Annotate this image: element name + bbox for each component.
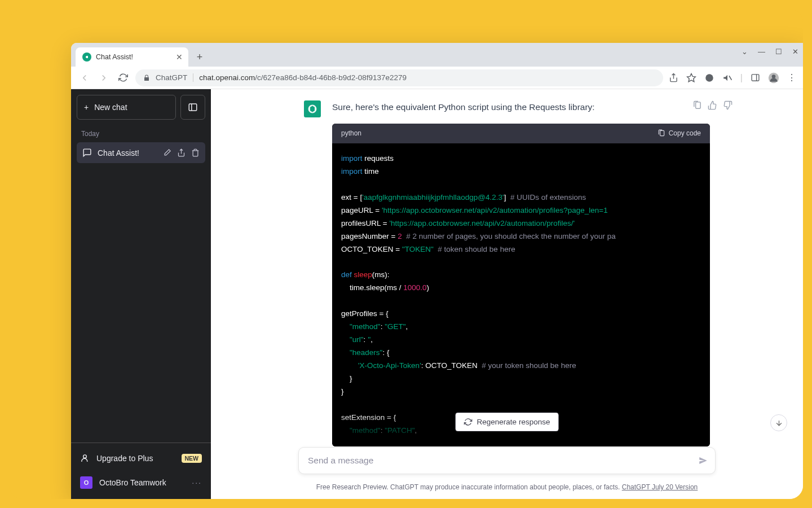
upgrade-label: Upgrade to Plus	[96, 454, 153, 463]
code-header: python Copy code	[332, 124, 710, 143]
chat-icon	[82, 148, 92, 157]
svg-rect-7	[189, 104, 197, 111]
back-button[interactable]	[78, 71, 91, 85]
user-icon	[80, 453, 90, 463]
tab-title: Chat Assist!	[96, 53, 133, 61]
code-block: python Copy code import requests import …	[332, 124, 710, 446]
window-controls: ⌄ — ☐ ✕	[742, 47, 798, 56]
chatgpt-favicon-icon	[82, 52, 91, 62]
footer-disclaimer: Free Research Preview. ChatGPT may produ…	[211, 483, 803, 491]
app-body: + New chat Today Chat Assist!	[71, 89, 803, 499]
send-icon	[698, 456, 708, 466]
new-tab-button[interactable]: +	[192, 49, 208, 65]
url-field[interactable]: ChatGPT chat.openai.com/c/627ea86d-b84d-…	[135, 69, 663, 86]
new-badge: NEW	[182, 454, 202, 463]
assistant-message: Sure, here's the equivalent Python scrip…	[281, 100, 732, 446]
new-chat-label: New chat	[94, 103, 127, 112]
share-chat-icon[interactable]	[177, 148, 186, 157]
cookie-icon[interactable]	[704, 73, 714, 83]
minimize-icon[interactable]: —	[758, 47, 765, 56]
svg-point-9	[83, 455, 87, 458]
chevron-down-icon[interactable]: ⌄	[742, 47, 748, 56]
workspace-row[interactable]: O OctoBro Teamwork ···	[71, 470, 211, 496]
send-button[interactable]	[698, 456, 708, 466]
svg-point-1	[705, 74, 713, 82]
close-tab-icon[interactable]: ✕	[176, 52, 183, 62]
chat-actions	[163, 148, 200, 157]
close-window-icon[interactable]: ✕	[792, 47, 798, 56]
svg-rect-11	[696, 102, 701, 108]
clipboard-icon	[657, 129, 665, 137]
code-lang-label: python	[341, 128, 361, 139]
addr-icons: | ⋮	[669, 72, 796, 84]
profile-avatar-icon[interactable]	[768, 72, 779, 84]
new-chat-button[interactable]: + New chat	[77, 95, 176, 120]
code-body[interactable]: import requests import time ext = ['aapf…	[332, 143, 710, 446]
main-pane: Sure, here's the equivalent Python scrip…	[211, 89, 803, 499]
arrow-down-icon	[775, 419, 783, 427]
sidebar: + New chat Today Chat Assist!	[71, 89, 211, 499]
svg-line-2	[729, 76, 732, 80]
thumbs-up-icon[interactable]	[708, 100, 717, 110]
message-text: Sure, here's the equivalent Python scrip…	[332, 100, 710, 115]
message-input[interactable]: Send a message	[298, 447, 716, 474]
chat-title: Chat Assist!	[98, 148, 139, 157]
copy-code-button[interactable]: Copy code	[657, 128, 701, 139]
share-icon[interactable]	[669, 73, 678, 82]
version-link[interactable]: ChatGPT July 20 Version	[622, 483, 698, 491]
regenerate-icon	[464, 418, 473, 426]
thumbs-down-icon[interactable]	[723, 100, 732, 110]
browser-window: Chat Assist! ✕ + ⌄ — ☐ ✕ ChatGPT chat.op…	[71, 43, 803, 499]
mute-icon[interactable]	[722, 73, 732, 83]
address-bar: ChatGPT chat.openai.com/c/627ea86d-b84d-…	[71, 67, 803, 89]
svg-rect-3	[752, 75, 759, 81]
chatgpt-avatar-icon	[304, 100, 321, 117]
chat-date-label: Today	[71, 125, 211, 142]
tab-strip: Chat Assist! ✕ + ⌄ — ☐ ✕	[71, 43, 803, 67]
workspace-name: OctoBro Teamwork	[99, 478, 166, 487]
sidebar-bottom: Upgrade to Plus NEW O OctoBro Teamwork ·…	[71, 443, 211, 499]
kebab-menu-icon[interactable]: ⋮	[787, 72, 796, 83]
svg-point-6	[772, 75, 776, 78]
svg-rect-10	[660, 131, 664, 136]
panel-icon	[188, 102, 198, 112]
upgrade-row[interactable]: Upgrade to Plus NEW	[71, 446, 211, 470]
sidebar-chat-item[interactable]: Chat Assist!	[77, 142, 205, 163]
svg-marker-0	[687, 73, 695, 81]
workspace-avatar: O	[80, 476, 92, 489]
browser-tab[interactable]: Chat Assist! ✕	[76, 47, 188, 67]
message-content: Sure, here's the equivalent Python scrip…	[332, 100, 710, 446]
composer: Send a message	[298, 447, 716, 474]
delete-icon[interactable]	[191, 148, 200, 157]
message-actions	[692, 100, 732, 110]
bookmark-star-icon[interactable]	[686, 73, 696, 83]
workspace-menu-icon[interactable]: ···	[192, 478, 202, 487]
plus-icon: +	[84, 103, 89, 112]
lock-icon	[143, 75, 150, 81]
forward-button[interactable]	[97, 71, 111, 85]
regenerate-button[interactable]: Regenerate response	[456, 413, 559, 431]
scroll-down-button[interactable]	[770, 414, 787, 431]
maximize-icon[interactable]: ☐	[775, 47, 782, 56]
url-app-label: ChatGPT	[156, 73, 193, 82]
edit-icon[interactable]	[163, 148, 171, 157]
message-area: Sure, here's the equivalent Python scrip…	[211, 89, 803, 499]
reload-button[interactable]	[116, 71, 130, 85]
sidepanel-icon[interactable]	[751, 73, 760, 82]
collapse-sidebar-button[interactable]	[180, 95, 205, 120]
copy-message-icon[interactable]	[692, 100, 702, 110]
